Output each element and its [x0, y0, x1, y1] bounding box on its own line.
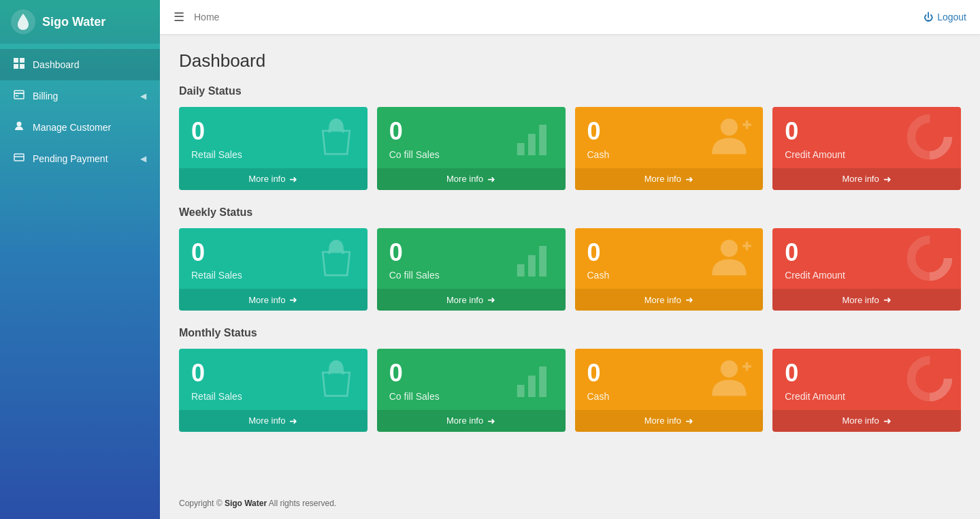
- section-title-daily: Daily Status: [179, 85, 961, 97]
- arrow-right-icon-daily-cofill: ➜: [487, 174, 495, 185]
- card-info-weekly-cofill: 0 Co fill Sales: [389, 239, 440, 281]
- card-label-monthly-retail: Retail Sales: [191, 391, 242, 402]
- svg-rect-4: [20, 64, 24, 69]
- card-weekly-credit[interactable]: 0 Credit Amount More info ➜: [772, 228, 961, 311]
- card-value-daily-retail: 0: [191, 118, 242, 145]
- sidebar-item-label-billing: Billing: [33, 91, 132, 101]
- sidebar-item-billing[interactable]: Billing ◀: [0, 80, 160, 112]
- svg-rect-33: [517, 385, 524, 397]
- arrow-right-icon-daily-credit: ➜: [883, 174, 892, 185]
- card-info-monthly-retail: 0 Retail Sales: [191, 360, 242, 402]
- logout-button[interactable]: ⏻ Logout: [924, 12, 966, 22]
- svg-point-32: [341, 371, 344, 374]
- arrow-right-icon-daily-cash: ➜: [685, 174, 693, 185]
- arrow-right-icon-weekly-cash: ➜: [685, 294, 693, 305]
- breadcrumb: Home: [194, 12, 924, 22]
- card-body-monthly-retail: 0 Retail Sales: [179, 349, 368, 410]
- card-info-weekly-retail: 0 Retail Sales: [191, 239, 242, 281]
- card-body-monthly-cash: 0 Cash: [575, 349, 764, 410]
- card-footer-monthly-cash[interactable]: More info ➜: [575, 410, 764, 432]
- card-footer-monthly-credit[interactable]: More info ➜: [772, 410, 961, 432]
- card-label-weekly-cash: Cash: [587, 270, 610, 281]
- arrow-right-icon-weekly-retail: ➜: [289, 294, 297, 305]
- more-info-label-weekly-credit: More info: [843, 295, 879, 305]
- svg-rect-15: [539, 125, 546, 155]
- card-monthly-cash[interactable]: 0 Cash More info ➜: [575, 349, 764, 432]
- payment-arrow-icon: ◀: [140, 154, 146, 163]
- more-info-label-monthly-credit: More info: [843, 415, 879, 426]
- more-info-label-weekly-retail: More info: [248, 295, 285, 305]
- power-icon: ⏻: [924, 12, 933, 22]
- card-footer-daily-retail[interactable]: More info ➜: [179, 168, 368, 190]
- card-body-weekly-cofill: 0 Co fill Sales: [377, 228, 566, 289]
- card-value-monthly-credit: 0: [785, 360, 845, 387]
- main-area: ☰ Home ⏻ Logout Dashboard Daily Status 0…: [160, 0, 980, 519]
- card-info-daily-credit: 0 Credit Amount: [785, 118, 845, 160]
- card-footer-weekly-cofill[interactable]: More info ➜: [377, 289, 566, 311]
- cards-row-monthly: 0 Retail Sales More info ➜ 0 Co fill Sal…: [179, 349, 961, 432]
- copyright-text: Copyright © Sigo Water All rights reserv…: [179, 499, 336, 508]
- arrow-right-icon-monthly-cofill: ➜: [487, 415, 495, 426]
- card-weekly-cofill[interactable]: 0 Co fill Sales More info ➜: [377, 228, 566, 311]
- card-daily-credit[interactable]: 0 Credit Amount More info ➜: [772, 107, 961, 190]
- card-footer-daily-credit[interactable]: More info ➜: [772, 168, 961, 190]
- card-body-weekly-credit: 0 Credit Amount: [772, 228, 961, 289]
- card-footer-monthly-cofill[interactable]: More info ➜: [377, 410, 566, 432]
- card-weekly-cash[interactable]: 0 Cash More info ➜: [575, 228, 764, 311]
- page-title: Dashboard: [179, 50, 961, 72]
- card-footer-monthly-retail[interactable]: More info ➜: [179, 410, 368, 432]
- card-value-weekly-credit: 0: [785, 239, 845, 266]
- card-label-daily-credit: Credit Amount: [785, 149, 845, 160]
- card-footer-daily-cash[interactable]: More info ➜: [575, 168, 764, 190]
- sidebar: Sigo Water Dashboard Billing ◀ Manage Cu…: [0, 0, 160, 519]
- card-footer-daily-cofill[interactable]: More info ➜: [377, 168, 566, 190]
- svg-rect-6: [14, 93, 24, 94]
- billing-arrow-icon: ◀: [140, 91, 146, 101]
- svg-rect-9: [14, 154, 24, 161]
- svg-point-22: [341, 250, 344, 253]
- svg-rect-34: [528, 376, 536, 398]
- card-info-monthly-cofill: 0 Co fill Sales: [389, 360, 440, 402]
- card-footer-weekly-retail[interactable]: More info ➜: [179, 289, 368, 311]
- arrow-right-icon-monthly-cash: ➜: [685, 415, 693, 426]
- sections-container: Daily Status 0 Retail Sales More info ➜ …: [179, 85, 961, 432]
- card-label-daily-cash: Cash: [587, 149, 610, 160]
- arrow-right-icon-daily-retail: ➜: [289, 174, 297, 185]
- card-monthly-retail[interactable]: 0 Retail Sales More info ➜: [179, 349, 368, 432]
- content-area: Dashboard Daily Status 0 Retail Sales Mo…: [160, 34, 980, 488]
- card-value-weekly-retail: 0: [191, 239, 242, 266]
- more-info-label-weekly-cash: More info: [644, 295, 681, 305]
- svg-point-31: [327, 371, 331, 374]
- svg-rect-23: [517, 264, 524, 277]
- sidebar-item-pending-payment[interactable]: Pending Payment ◀: [0, 143, 160, 174]
- card-body-monthly-cofill: 0 Co fill Sales: [377, 349, 566, 410]
- card-value-daily-credit: 0: [785, 118, 845, 145]
- card-info-daily-cofill: 0 Co fill Sales: [389, 118, 440, 160]
- hamburger-icon[interactable]: ☰: [174, 10, 184, 25]
- card-label-weekly-cofill: Co fill Sales: [389, 270, 440, 281]
- more-info-label-monthly-cofill: More info: [446, 415, 483, 426]
- svg-point-11: [327, 129, 331, 132]
- app-name: Sigo Water: [42, 15, 105, 29]
- card-footer-weekly-credit[interactable]: More info ➜: [772, 289, 961, 311]
- cards-row-daily: 0 Retail Sales More info ➜ 0 Co fill Sal…: [179, 107, 961, 190]
- sidebar-item-manage-customer[interactable]: Manage Customer: [0, 112, 160, 143]
- card-footer-weekly-cash[interactable]: More info ➜: [575, 289, 764, 311]
- card-daily-cofill[interactable]: 0 Co fill Sales More info ➜: [377, 107, 566, 190]
- card-body-daily-cofill: 0 Co fill Sales: [377, 107, 566, 168]
- card-weekly-retail[interactable]: 0 Retail Sales More info ➜: [179, 228, 368, 311]
- topbar: ☰ Home ⏻ Logout: [160, 0, 980, 34]
- card-daily-retail[interactable]: 0 Retail Sales More info ➜: [179, 107, 368, 190]
- sidebar-item-label-dashboard: Dashboard: [33, 59, 146, 70]
- card-label-monthly-cofill: Co fill Sales: [389, 391, 440, 402]
- card-body-weekly-retail: 0 Retail Sales: [179, 228, 368, 289]
- card-daily-cash[interactable]: 0 Cash More info ➜: [575, 107, 764, 190]
- sidebar-item-dashboard[interactable]: Dashboard: [0, 49, 160, 80]
- card-monthly-cofill[interactable]: 0 Co fill Sales More info ➜: [377, 349, 566, 432]
- card-info-weekly-cash: 0 Cash: [587, 239, 610, 281]
- customer-icon: [14, 121, 24, 134]
- card-monthly-credit[interactable]: 0 Credit Amount More info ➜: [772, 349, 961, 432]
- svg-rect-2: [20, 58, 24, 63]
- svg-point-36: [721, 360, 738, 377]
- section-title-weekly: Weekly Status: [179, 206, 961, 219]
